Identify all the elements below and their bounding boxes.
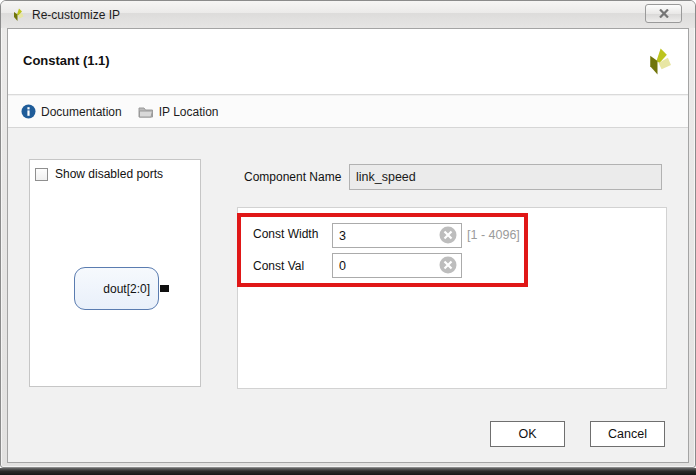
component-name-input[interactable] [349, 164, 662, 190]
component-name-label: Component Name [244, 170, 341, 184]
ports-preview-panel: Show disabled ports dout[2:0] [29, 159, 201, 387]
dout-port-pin [160, 285, 169, 292]
info-icon [21, 104, 36, 119]
const-width-label: Const Width [253, 227, 318, 241]
dialog-body: Constant (1.1) Documentation [7, 28, 689, 463]
clear-icon [439, 256, 457, 274]
titlebar[interactable]: Re-customize IP [1, 1, 695, 28]
show-disabled-ports-row: Show disabled ports [35, 167, 163, 181]
xilinx-logo [644, 44, 671, 80]
ip-header: Constant (1.1) [8, 29, 688, 95]
const-width-clear-button[interactable] [439, 226, 457, 244]
const-val-field [332, 253, 462, 278]
desktop-edge-strip [0, 468, 696, 475]
screenshot-root: Re-customize IP Constant (1.1) [0, 0, 696, 475]
ip-location-button[interactable]: IP Location [138, 105, 219, 119]
folder-icon [138, 105, 154, 118]
toolbar: Documentation IP Location [8, 96, 688, 128]
window-title: Re-customize IP [32, 8, 120, 22]
dout-port-label: dout[2:0] [103, 282, 150, 296]
const-val-clear-button[interactable] [439, 256, 457, 274]
recustomize-ip-dialog: Re-customize IP Constant (1.1) [0, 0, 696, 468]
clear-icon [439, 226, 457, 244]
ip-title: Constant (1.1) [23, 53, 110, 68]
cancel-button[interactable]: Cancel [590, 421, 665, 447]
const-width-range-hint: [1 - 4096] [467, 228, 520, 242]
xilinx-logo-icon [10, 7, 25, 23]
documentation-label: Documentation [41, 105, 122, 119]
ok-button[interactable]: OK [490, 421, 565, 447]
show-disabled-ports-checkbox[interactable] [35, 168, 48, 181]
close-icon [659, 9, 669, 18]
documentation-button[interactable]: Documentation [21, 104, 122, 119]
close-button[interactable] [645, 4, 682, 23]
const-val-label: Const Val [253, 259, 304, 273]
show-disabled-ports-label: Show disabled ports [55, 167, 163, 181]
ip-location-label: IP Location [159, 105, 219, 119]
ip-block-symbol: dout[2:0] [74, 267, 159, 310]
const-width-field [332, 223, 462, 248]
